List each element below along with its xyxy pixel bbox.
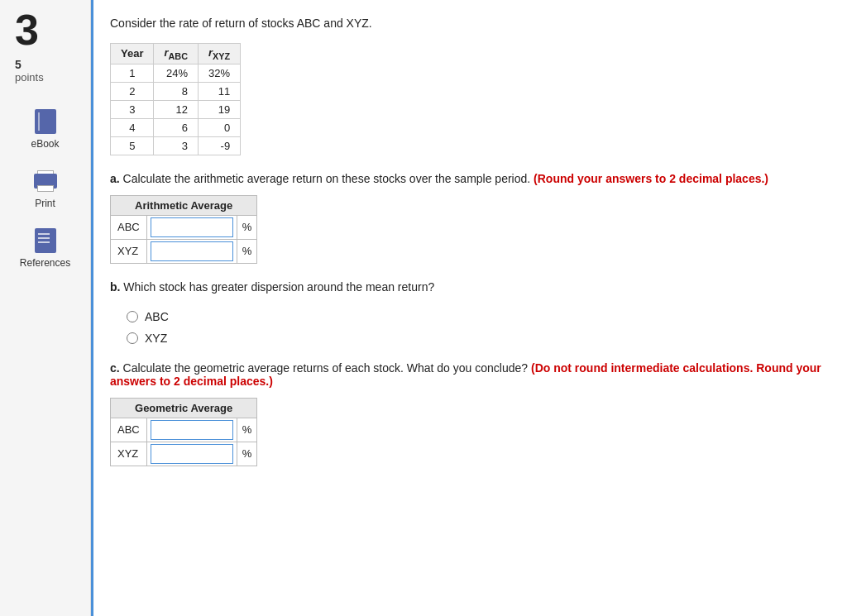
xyz-label-arith: XYZ bbox=[111, 239, 147, 263]
sidebar: 3 5 points eBook Print References bbox=[0, 0, 91, 616]
table-cell: 3 bbox=[154, 136, 199, 155]
references-icon bbox=[32, 227, 59, 254]
part-b-text: Which stock has greater dispersion aroun… bbox=[123, 280, 434, 294]
table-row: 31219 bbox=[111, 100, 241, 118]
points-value: 5 bbox=[15, 58, 22, 71]
table-row: 460 bbox=[111, 118, 241, 136]
abc-pct-arith: % bbox=[237, 215, 257, 239]
xyz-input-cell-geo bbox=[146, 442, 237, 466]
abc-input-cell-geo bbox=[146, 418, 237, 442]
sidebar-item-print[interactable]: Print bbox=[32, 168, 59, 209]
abc-input-cell-arith bbox=[146, 215, 237, 239]
part-c-text: Calculate the geometric average returns … bbox=[123, 361, 529, 375]
radio-abc[interactable] bbox=[127, 311, 138, 322]
book-icon bbox=[32, 108, 59, 135]
question-number: 3 bbox=[0, 8, 39, 51]
sidebar-item-ebook[interactable]: eBook bbox=[31, 108, 59, 150]
abc-pct-geo: % bbox=[237, 418, 257, 442]
table-cell: 11 bbox=[199, 82, 241, 100]
table-row: 53-9 bbox=[111, 136, 241, 155]
arithmetic-avg-table: Arithmetic Average ABC % XYZ % bbox=[110, 195, 257, 264]
table-cell: 8 bbox=[154, 82, 199, 100]
xyz-input-geo[interactable] bbox=[151, 444, 233, 464]
table-row: XYZ % bbox=[111, 239, 257, 263]
table-row: 2811 bbox=[111, 82, 241, 100]
col-header-rxyz: rXYZ bbox=[199, 44, 241, 64]
radio-abc-label: ABC bbox=[145, 310, 169, 323]
ebook-label: eBook bbox=[31, 138, 59, 150]
xyz-input-arith[interactable] bbox=[151, 241, 233, 261]
abc-input-arith[interactable] bbox=[151, 217, 233, 237]
part-a-prefix: a. bbox=[110, 172, 120, 185]
intro-text: Consider the rate of return of stocks AB… bbox=[110, 17, 822, 30]
xyz-input-cell-arith bbox=[146, 239, 237, 263]
radio-xyz-label: XYZ bbox=[145, 332, 167, 345]
abc-input-geo[interactable] bbox=[151, 420, 233, 440]
part-b-label: b. Which stock has greater dispersion ar… bbox=[110, 280, 822, 294]
data-table: Year rABC rXYZ 124%32%28113121946053-9 bbox=[110, 43, 241, 155]
abc-label-geo: ABC bbox=[111, 418, 147, 442]
part-b-prefix: b. bbox=[110, 280, 120, 294]
abc-label-arith: ABC bbox=[111, 215, 147, 239]
table-row: 124%32% bbox=[111, 64, 241, 82]
radio-group: ABC XYZ bbox=[127, 310, 822, 345]
arithmetic-avg-header: Arithmetic Average bbox=[111, 195, 257, 215]
references-label: References bbox=[20, 257, 70, 269]
table-row: ABC % bbox=[111, 215, 257, 239]
table-cell: 24% bbox=[154, 64, 199, 82]
table-cell: 5 bbox=[111, 136, 154, 155]
geometric-avg-header: Geometric Average bbox=[111, 398, 257, 418]
part-a-emphasis: (Round your answers to 2 decimal places.… bbox=[534, 172, 768, 185]
points-section: 5 points bbox=[0, 58, 44, 84]
table-cell: 32% bbox=[199, 64, 241, 82]
radio-option-abc[interactable]: ABC bbox=[127, 310, 822, 323]
print-label: Print bbox=[35, 198, 55, 209]
part-a-label: a. Calculate the arithmetic average retu… bbox=[110, 172, 822, 185]
table-cell: 2 bbox=[111, 82, 154, 100]
table-cell: 3 bbox=[111, 100, 154, 118]
table-row: XYZ % bbox=[111, 442, 257, 466]
geometric-avg-table: Geometric Average ABC % XYZ % bbox=[110, 398, 257, 466]
col-header-rabc: rABC bbox=[154, 44, 199, 64]
table-cell: 19 bbox=[199, 100, 241, 118]
radio-xyz[interactable] bbox=[127, 332, 138, 344]
part-c-emphasis1: (Do not round intermediate calculations. bbox=[531, 361, 753, 375]
print-icon bbox=[32, 168, 59, 194]
part-c-prefix: c. bbox=[110, 361, 120, 375]
table-cell: -9 bbox=[199, 136, 241, 155]
xyz-pct-arith: % bbox=[237, 239, 257, 263]
radio-option-xyz[interactable]: XYZ bbox=[127, 332, 822, 345]
table-cell: 0 bbox=[199, 118, 241, 136]
table-cell: 1 bbox=[111, 64, 154, 82]
table-cell: 12 bbox=[154, 100, 199, 118]
xyz-label-geo: XYZ bbox=[111, 442, 147, 466]
points-label-text: points bbox=[15, 71, 44, 84]
main-content: Consider the rate of return of stocks AB… bbox=[91, 0, 847, 616]
table-cell: 6 bbox=[154, 118, 199, 136]
sidebar-item-references[interactable]: References bbox=[20, 227, 70, 269]
col-header-year: Year bbox=[111, 44, 154, 64]
part-a-text: Calculate the arithmetic average return … bbox=[123, 172, 531, 185]
xyz-pct-geo: % bbox=[237, 442, 257, 466]
table-row: ABC % bbox=[111, 418, 257, 442]
table-cell: 4 bbox=[111, 118, 154, 136]
part-c-label: c. Calculate the geometric average retur… bbox=[110, 361, 822, 388]
